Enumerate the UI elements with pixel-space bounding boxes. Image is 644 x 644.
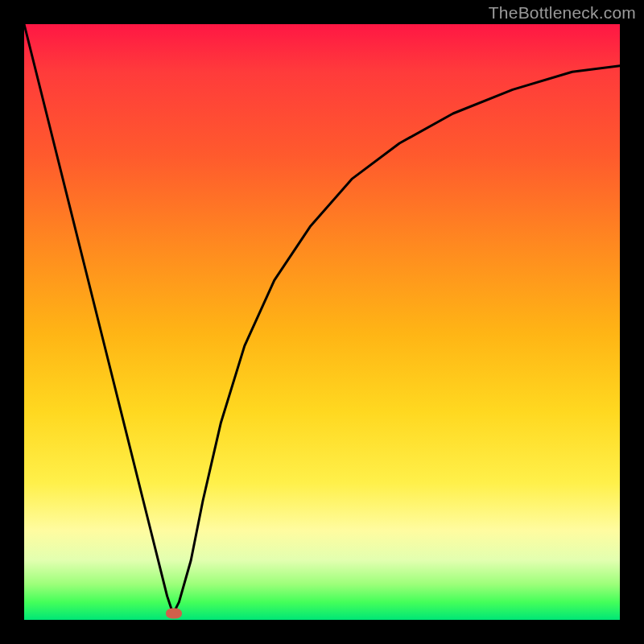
curve-layer bbox=[24, 24, 620, 620]
optimum-marker bbox=[166, 609, 182, 619]
bottleneck-curve-path bbox=[24, 24, 620, 614]
chart-frame: TheBottleneck.com bbox=[0, 0, 644, 644]
plot-area bbox=[24, 24, 620, 620]
attribution-watermark: TheBottleneck.com bbox=[489, 3, 636, 23]
